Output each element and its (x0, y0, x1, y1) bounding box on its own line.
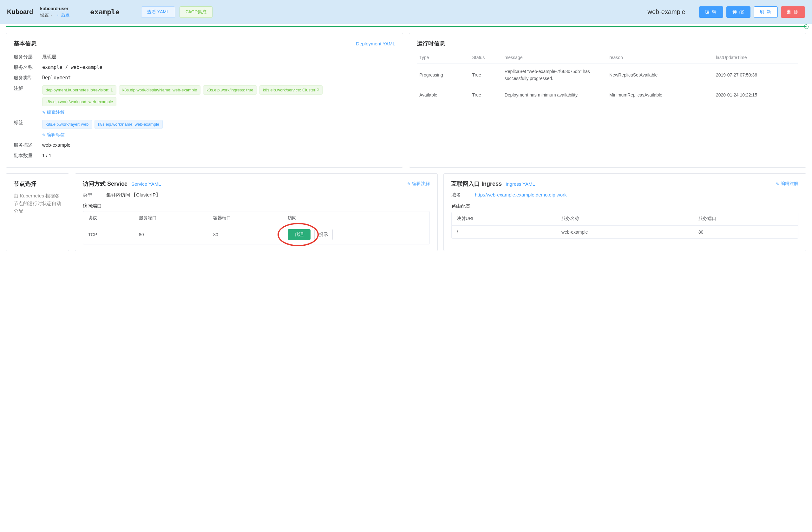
col-port: 服务端口 (693, 212, 798, 226)
cell-type: Available (417, 87, 469, 103)
node-select-desc: 由 Kubernetes 根据各节点的运行时状态自动分配 (14, 192, 61, 215)
brand-logo[interactable]: Kuboard (7, 8, 33, 16)
settings-dropdown[interactable]: 设置 ⌄ (40, 12, 53, 18)
table-row: AvailableTrueDeployment has minimum avai… (417, 87, 798, 103)
replicas-value: 1 / 1 (42, 153, 395, 158)
service-card: 访问方式 Service Service YAML ✎ 编辑注解 类型 集群内访… (75, 173, 438, 251)
svc-type-value: 集群内访问 【ClusterIP】 (106, 192, 160, 197)
service-name-value: example / web-example (42, 65, 395, 70)
col-status: Status (469, 52, 502, 64)
service-name-label: 服务名称 (14, 65, 42, 70)
check-circle-icon: ✓ (804, 25, 809, 29)
svc-type-label: 类型 (83, 192, 105, 198)
col-url: 映射URL (452, 212, 556, 226)
domain-link[interactable]: http://web-example.example.demo.eip.work (475, 192, 566, 197)
route-url: / (452, 226, 556, 239)
refresh-button[interactable]: 刷 新 (754, 6, 778, 18)
label-tag: k8s.eip.work/layer: web (42, 120, 92, 129)
node-select-card: 节点选择 由 Kubernetes 根据各节点的运行时状态自动分配 (6, 173, 69, 251)
top-actions: 编 辑 伸 缩 刷 新 删 除 (699, 6, 805, 18)
ports-label: 访问端口 (83, 203, 430, 209)
cell-status: True (469, 87, 502, 103)
port-proto: TCP (83, 225, 134, 244)
scale-button[interactable]: 伸 缩 (726, 6, 751, 18)
annotation-tag: k8s.eip.work/workload: web-example (42, 97, 116, 106)
annotation-tag: k8s.eip.work/ingress: true (203, 85, 257, 95)
back-link[interactable]: ← 后退 (56, 12, 70, 18)
cell-message: Deployment has minimum availability. (502, 87, 607, 103)
edit-button[interactable]: 编 辑 (699, 6, 723, 18)
breadcrumb: kuboard-user 设置 ⌄ ← 后退 (40, 6, 70, 18)
col-cport: 容器端口 (208, 211, 282, 225)
runtime-title: 运行时信息 (417, 40, 445, 47)
cicd-button[interactable]: CI/CD集成 (179, 6, 213, 18)
cell-time: 2019-07-27 07:50:36 (713, 64, 798, 87)
layer-label: 服务分层 (14, 54, 42, 60)
view-yaml-button[interactable]: 查看 YAML (141, 6, 175, 18)
annotation-tag: deployment.kubernetes.io/revision: 1 (42, 85, 116, 95)
ports-table: 协议 服务端口 容器端口 访问 TCP 80 80 代理 (83, 211, 430, 244)
annotation-tag: k8s.eip.work/service: ClusterIP (259, 85, 323, 95)
service-title: 访问方式 Service (83, 180, 128, 187)
col-svc: 服务名称 (556, 212, 693, 226)
pencil-icon: ✎ (42, 133, 46, 138)
service-type-label: 服务类型 (14, 75, 42, 81)
col-time: lastUpdateTime (713, 52, 798, 64)
runtime-card: 运行时信息 Type Status message reason lastUpd… (409, 33, 806, 168)
service-type-value: Deployment (42, 75, 395, 81)
route-label: 路由配置 (451, 203, 798, 209)
cell-message: ReplicaSet "web-example-7f668c75db" has … (502, 64, 607, 87)
cell-time: 2020-01-24 10:22:15 (713, 87, 798, 103)
description-value: web-example (42, 142, 395, 148)
basic-info-title: 基本信息 (14, 40, 37, 47)
ingress-yaml-link[interactable]: Ingress YAML (506, 181, 535, 187)
chevron-down-icon: ⌄ (50, 13, 53, 17)
route-port: 80 (693, 226, 798, 239)
table-row: ProgressingTrueReplicaSet "web-example-7… (417, 64, 798, 87)
domain-label: 域名 (451, 192, 474, 198)
col-type: Type (417, 52, 469, 64)
pencil-icon: ✎ (776, 182, 779, 186)
proxy-button[interactable]: 代理 (288, 229, 310, 240)
col-reason: reason (607, 52, 713, 64)
edit-annotations-link[interactable]: ✎ 编辑注解 (42, 110, 65, 115)
cell-reason: NewReplicaSetAvailable (607, 64, 713, 87)
arrow-left-icon: ← (56, 12, 60, 18)
basic-info-card: 基本信息 Deployment YAML 服务分层 展现层 服务名称 examp… (6, 33, 403, 168)
col-access: 访问 (282, 211, 430, 225)
replicas-label: 副本数量 (14, 153, 42, 159)
col-proto: 协议 (83, 211, 134, 225)
annotations-list: deployment.kubernetes.io/revision: 1k8s.… (42, 85, 395, 106)
route-svc: web-example (556, 226, 693, 239)
description-label: 服务描述 (14, 142, 42, 148)
col-sport: 服务端口 (134, 211, 208, 225)
route-table: 映射URL 服务名称 服务端口 / web-example 80 (451, 212, 798, 239)
annotations-label: 注解 (14, 85, 42, 92)
ingress-edit-anno[interactable]: ✎ 编辑注解 (776, 181, 798, 187)
delete-button[interactable]: 删 除 (781, 6, 805, 18)
labels-list: k8s.eip.work/layer: webk8s.eip.work/name… (42, 120, 395, 129)
deployment-yaml-link[interactable]: Deployment YAML (356, 41, 395, 46)
cell-reason: MinimumReplicasAvailable (607, 87, 713, 103)
col-message: message (502, 52, 607, 64)
cell-type: Progressing (417, 64, 469, 87)
ingress-card: 互联网入口 Ingress Ingress YAML ✎ 编辑注解 域名 htt… (444, 173, 806, 251)
namespace-name: example (90, 8, 119, 16)
top-bar: Kuboard kuboard-user 设置 ⌄ ← 后退 example 查… (0, 0, 812, 24)
runtime-table: Type Status message reason lastUpdateTim… (417, 52, 798, 103)
cell-status: True (469, 64, 502, 87)
port-sport: 80 (134, 225, 208, 244)
service-edit-anno[interactable]: ✎ 编辑注解 (407, 181, 430, 187)
hint-button[interactable]: 提示 (314, 229, 333, 240)
annotation-tag: k8s.eip.work/displayName: web-example (119, 85, 201, 95)
pencil-icon: ✎ (42, 110, 46, 115)
resource-name: web-example (647, 8, 685, 16)
node-select-title: 节点选择 (14, 180, 37, 187)
service-yaml-link[interactable]: Service YAML (131, 181, 161, 187)
user-name: kuboard-user (40, 6, 70, 12)
edit-labels-link[interactable]: ✎ 编辑标签 (42, 132, 65, 138)
ingress-title: 互联网入口 Ingress (451, 180, 502, 187)
pencil-icon: ✎ (407, 182, 411, 186)
labels-label: 标签 (14, 120, 42, 126)
layer-value: 展现层 (42, 54, 395, 60)
